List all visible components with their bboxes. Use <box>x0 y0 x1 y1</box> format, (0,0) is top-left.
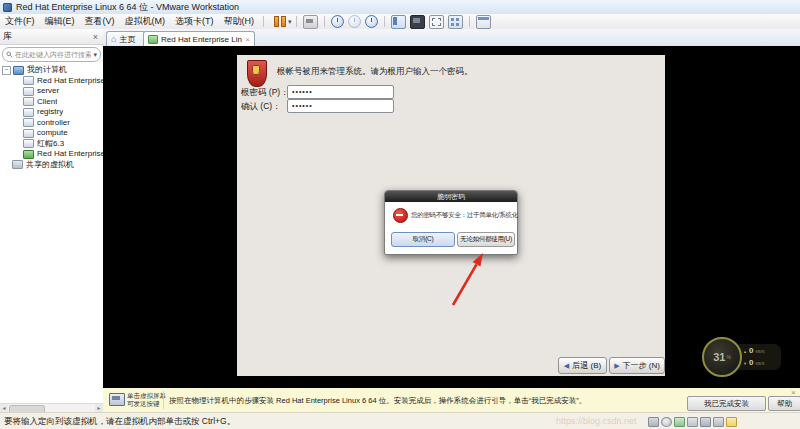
hard-disk-icon[interactable] <box>648 417 659 427</box>
weak-password-dialog: 脆弱密码 您的密码不够安全：过于简单化/系统化 取消(C) 无论如何都使用(U) <box>384 190 518 255</box>
chevron-down-icon[interactable]: ▾ <box>288 18 292 26</box>
menu-help[interactable]: 帮助(H) <box>219 14 260 29</box>
take-snapshot-button[interactable] <box>331 15 344 28</box>
toolbar-separator <box>384 16 385 27</box>
printer-icon[interactable] <box>713 417 724 427</box>
ctrl-alt-del-button[interactable] <box>303 15 318 29</box>
close-icon[interactable]: × <box>791 388 796 397</box>
collapse-icon[interactable]: − <box>2 66 11 75</box>
dialog-title: 脆弱密码 <box>385 191 517 202</box>
next-arrow-icon: ▶ <box>614 362 619 370</box>
search-icon <box>6 51 13 58</box>
close-icon[interactable]: × <box>245 35 250 44</box>
shared-vms-icon <box>12 160 23 169</box>
library-toggle-button[interactable] <box>391 15 406 29</box>
status-bar: 要将输入定向到该虚拟机，请在虚拟机内部单击或按 Ctrl+G。 https://… <box>0 412 800 429</box>
root-password-label: 根密码 (P)： <box>241 87 289 99</box>
next-button[interactable]: ▶ 下一步 (N) <box>609 357 665 374</box>
running-vm-icon <box>23 150 34 159</box>
usb-icon[interactable] <box>687 417 698 427</box>
sidebar-item-client[interactable]: Client <box>0 97 103 108</box>
sidebar-item-rhel[interactable]: Red Hat Enterprise Linu <box>0 76 103 87</box>
sidebar-item-registry[interactable]: registry <box>0 107 103 118</box>
vm-icon <box>23 129 34 138</box>
vm-icon <box>23 118 34 127</box>
toolbar-separator <box>324 16 325 27</box>
vm-tab-icon <box>148 35 158 44</box>
pause-icon <box>274 16 286 27</box>
hint-separator <box>163 391 164 409</box>
install-instructions: 按照在物理计算机中的步骤安装 Red Hat Enterprise Linux … <box>169 396 586 406</box>
vmware-workstation-window: Red Hat Enterprise Linux 6 64 位 - VMware… <box>0 0 800 429</box>
virtual-screen-icon <box>109 393 125 406</box>
vm-icon <box>23 108 34 117</box>
watermark-text: https://blog.csdn.net <box>556 416 637 426</box>
sidebar-item-rhel-running[interactable]: Red Hat Enterprise Linu <box>0 149 103 160</box>
sidebar-item-redhat63[interactable]: 红帽6.3 <box>0 139 103 150</box>
dialog-message: 您的密码不够安全：过于简单化/系统化 <box>411 211 514 220</box>
sidebar-item-shared-vms[interactable]: 共享的虚拟机 <box>0 160 103 171</box>
menu-file[interactable]: 文件(F) <box>0 14 40 29</box>
vm-icon <box>23 87 34 96</box>
title-bar: Red Hat Enterprise Linux 6 64 位 - VMware… <box>0 0 800 15</box>
confirm-password-label: 确认 (C)： <box>241 101 281 113</box>
help-button[interactable]: 帮助 <box>768 396 800 411</box>
console-view-button[interactable] <box>410 15 425 29</box>
finished-installing-button[interactable]: 我已完成安装 <box>687 396 766 411</box>
menu-tabs[interactable]: 选项卡(T) <box>170 14 219 29</box>
sidebar-item-controller[interactable]: controller <box>0 118 103 129</box>
sidebar-item-server[interactable]: server <box>0 86 103 97</box>
use-anyway-button[interactable]: 无论如何都使用(U) <box>457 232 515 247</box>
annotation-arrow-icon <box>440 247 500 309</box>
confirm-password-field[interactable]: •••••• <box>287 99 394 113</box>
window-title: Red Hat Enterprise Linux 6 64 位 - VMware… <box>16 1 239 14</box>
cancel-button[interactable]: 取消(C) <box>391 232 455 247</box>
computer-icon <box>13 66 24 75</box>
stop-icon <box>393 208 408 223</box>
download-arrow-icon: ▼ <box>743 358 747 369</box>
status-message: 要将输入定向到该虚拟机，请在虚拟机内部单击或按 Ctrl+G。 <box>4 413 235 429</box>
fullscreen-button[interactable] <box>429 15 444 29</box>
library-sidebar: 库 × 在此处键入内容进行搜索 ▾ − 我的计算机 Red Hat Enterp… <box>0 29 104 412</box>
cpu-gauge-overlay: 31 % <box>702 337 742 377</box>
send-keys-tip: 单击虚拟屏幕 可发送按键 <box>127 392 166 408</box>
sidebar-item-compute[interactable]: compute <box>0 128 103 139</box>
toolbar-separator <box>469 16 470 27</box>
sidebar-item-my-computer[interactable]: − 我的计算机 <box>0 65 103 76</box>
vmware-logo-icon <box>3 3 12 12</box>
network-adapter-icon[interactable] <box>674 417 685 427</box>
menu-vm[interactable]: 虚拟机(M) <box>120 14 171 29</box>
library-header: 库 × <box>0 29 103 45</box>
search-placeholder: 在此处键入内容进行搜索 <box>15 50 91 60</box>
unity-mode-button[interactable] <box>448 15 463 29</box>
back-arrow-icon: ◀ <box>564 362 569 370</box>
back-button[interactable]: ◀ 后退 (B) <box>558 357 607 374</box>
easy-install-hint-bar: 单击虚拟屏幕 可发送按键 按照在物理计算机中的步骤安装 Red Hat Ente… <box>103 388 800 413</box>
vm-icon <box>23 76 34 85</box>
message-note-icon[interactable] <box>726 417 737 427</box>
snapshot-manager-button[interactable] <box>365 15 378 28</box>
chevron-down-icon[interactable]: ▾ <box>93 51 97 59</box>
tab-bar: ⌂ 主页 Red Hat Enterprise Linux 6 ... × <box>103 29 800 47</box>
root-password-intro: 根帐号被用来管理系统。请为根用户输入一个密码。 <box>277 66 473 78</box>
upload-arrow-icon: ▲ <box>743 346 747 357</box>
menu-edit[interactable]: 编辑(E) <box>40 14 80 29</box>
root-password-shield-icon <box>247 60 267 87</box>
revert-snapshot-button[interactable] <box>348 15 361 28</box>
toolbar-separator <box>296 16 297 27</box>
device-status-icons <box>648 417 737 427</box>
sound-icon[interactable] <box>700 417 711 427</box>
menu-view[interactable]: 查看(V) <box>80 14 120 29</box>
close-icon[interactable]: × <box>91 32 100 42</box>
search-input[interactable]: 在此处键入内容进行搜索 ▾ <box>2 47 101 62</box>
tab-vm[interactable]: Red Hat Enterprise Linux 6 ... × <box>143 31 255 46</box>
library-title: 库 <box>3 30 12 43</box>
power-pause-button[interactable]: ▾ <box>274 16 292 27</box>
cd-dvd-icon[interactable] <box>661 417 672 427</box>
tab-home[interactable]: ⌂ 主页 <box>106 31 146 46</box>
root-password-field[interactable]: •••••• <box>287 85 394 99</box>
menu-toolbar: 文件(F) 编辑(E) 查看(V) 虚拟机(M) 选项卡(T) 帮助(H) ▾ <box>0 14 800 30</box>
show-console-tabs-button[interactable] <box>476 15 491 29</box>
toolbar-separator <box>263 16 264 27</box>
home-icon: ⌂ <box>111 34 116 44</box>
